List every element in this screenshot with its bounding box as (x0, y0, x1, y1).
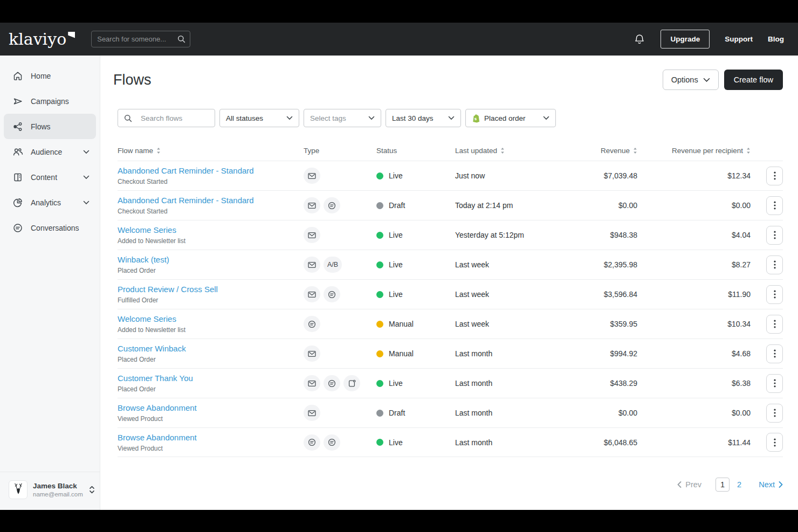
flow-trigger: Placed Order (118, 385, 304, 393)
people-search-input[interactable] (91, 31, 190, 47)
sidebar-item-home[interactable]: Home (4, 63, 96, 88)
kebab-icon (774, 349, 776, 358)
flow-name-cell: Winback (test) Placed Order (118, 255, 304, 274)
column-header-revenue-per-recipient[interactable]: Revenue per recipient (637, 147, 751, 155)
sidebar-item-audience[interactable]: Audience (4, 139, 96, 164)
flow-name-cell: Welcome Series Added to Newsletter list (118, 225, 304, 245)
prev-page-button[interactable]: Prev (677, 480, 701, 489)
account-switcher[interactable]: James Black name@email.com (0, 472, 100, 510)
flow-name-link[interactable]: Abandoned Cart Reminder - Standard (118, 166, 254, 175)
create-flow-button[interactable]: Create flow (724, 70, 783, 90)
flow-name-link[interactable]: Browse Abandonment (118, 433, 197, 442)
sort-icon (746, 147, 751, 154)
kebab-menu-button[interactable] (766, 374, 783, 393)
kebab-menu-button[interactable] (766, 404, 783, 423)
kebab-menu-button[interactable] (766, 285, 783, 304)
kebab-icon (774, 231, 776, 239)
revenue-cell: $3,596.84 (556, 290, 637, 299)
flow-name-link[interactable]: Product Review / Cross Sell (118, 285, 218, 294)
kebab-menu-button[interactable] (766, 196, 783, 215)
status-label: Draft (389, 409, 405, 417)
table-row: Customer Thank You Placed Order Live Las… (118, 368, 783, 398)
flow-name-link[interactable]: Welcome Series (118, 314, 176, 323)
sidebar-item-content[interactable]: Content (4, 164, 96, 190)
table-row: Winback (test) Placed Order A/B Live Las… (118, 250, 783, 279)
status-dot (376, 350, 383, 357)
email-type-icon (304, 227, 320, 243)
sidebar-item-label: Content (31, 173, 57, 182)
column-header-type: Type (304, 147, 376, 155)
email-type-icon (304, 375, 320, 391)
revenue-per-recipient-cell: $4.68 (637, 349, 751, 358)
row-actions (751, 167, 783, 185)
sidebar-item-flows[interactable]: Flows (4, 114, 96, 139)
column-header-status: Status (376, 147, 455, 155)
support-link[interactable]: Support (725, 35, 753, 43)
letterbox-top (0, 0, 798, 23)
flow-name-link[interactable]: Browse Abandonment (118, 403, 197, 412)
conversations-icon (12, 223, 23, 233)
flows-table-body: Abandoned Cart Reminder - Standard Check… (118, 161, 783, 457)
notifications-bell-icon[interactable] (634, 33, 645, 45)
status-cell: Draft (376, 409, 455, 417)
avatar (9, 480, 27, 499)
kebab-menu-button[interactable] (766, 344, 783, 363)
user-info: James Black name@email.com (33, 482, 83, 498)
flow-name-link[interactable]: Abandoned Cart Reminder - Standard (118, 196, 254, 205)
chevron-down-icon (703, 78, 710, 82)
search-icon (124, 114, 132, 122)
kebab-menu-button[interactable] (766, 433, 783, 452)
page-button-2[interactable]: 2 (734, 480, 745, 489)
column-header-revenue[interactable]: Revenue (556, 147, 637, 155)
kebab-menu-button[interactable] (766, 167, 783, 185)
column-header-flow-name[interactable]: Flow name (118, 147, 304, 155)
status-filter-value: All statuses (226, 114, 263, 122)
sidebar-item-analytics[interactable]: Analytics (4, 190, 96, 215)
next-page-button[interactable]: Next (759, 480, 783, 489)
letterbox-bottom (0, 510, 798, 532)
flow-name-link[interactable]: Customer Thank You (118, 374, 193, 383)
status-cell: Draft (376, 201, 455, 210)
sidebar-item-campaigns[interactable]: Campaigns (4, 88, 96, 114)
sidebar-item-conversations[interactable]: Conversations (4, 215, 96, 240)
status-label: Live (389, 438, 403, 447)
type-icons: A/B (304, 257, 376, 273)
sidebar-item-label: Campaigns (31, 97, 69, 106)
status-cell: Live (376, 438, 455, 447)
klaviyo-logo[interactable]: klaviyo (9, 31, 75, 47)
upgrade-button[interactable]: Upgrade (661, 30, 710, 49)
search-flows-field (118, 109, 215, 127)
flow-name-link[interactable]: Customer Winback (118, 344, 186, 353)
conversion-metric-dropdown[interactable]: s Placed order (465, 109, 556, 127)
revenue-per-recipient-cell: $8.27 (637, 260, 751, 269)
campaigns-icon (12, 96, 23, 107)
flow-name-link[interactable]: Winback (test) (118, 255, 169, 264)
column-header-last-updated[interactable]: Last updated (455, 147, 556, 155)
status-cell: Live (376, 260, 455, 269)
row-actions (751, 285, 783, 304)
tags-filter-dropdown[interactable]: Select tags (304, 109, 381, 127)
page-button-1[interactable]: 1 (716, 478, 730, 492)
status-filter-dropdown[interactable]: All statuses (219, 109, 299, 127)
date-range-dropdown[interactable]: Last 30 days (386, 109, 461, 127)
home-icon (12, 71, 23, 81)
sort-icon (633, 147, 637, 154)
row-actions (751, 255, 783, 274)
options-button[interactable]: Options (663, 70, 719, 90)
kebab-menu-button[interactable] (766, 255, 783, 274)
sms-type-icon (324, 197, 340, 213)
kebab-menu-button[interactable] (766, 226, 783, 245)
search-flows-input[interactable] (141, 109, 209, 127)
status-cell: Live (376, 379, 455, 388)
column-label: Revenue (601, 147, 630, 155)
flow-name-link[interactable]: Welcome Series (118, 225, 176, 234)
kebab-menu-button[interactable] (766, 315, 783, 334)
type-icons (304, 168, 376, 184)
sidebar: Home Campaigns Flows Audience (0, 56, 100, 510)
column-label: Revenue per recipient (672, 147, 743, 155)
blog-link[interactable]: Blog (768, 35, 784, 43)
last-updated-cell: Yesterday at 5:12pm (455, 231, 556, 239)
table-row: Browse Abandonment Viewed Product Draft … (118, 398, 783, 427)
revenue-per-recipient-cell: $10.34 (637, 320, 751, 328)
flows-table: Flow name Type Status Last updated Rev (118, 140, 783, 457)
